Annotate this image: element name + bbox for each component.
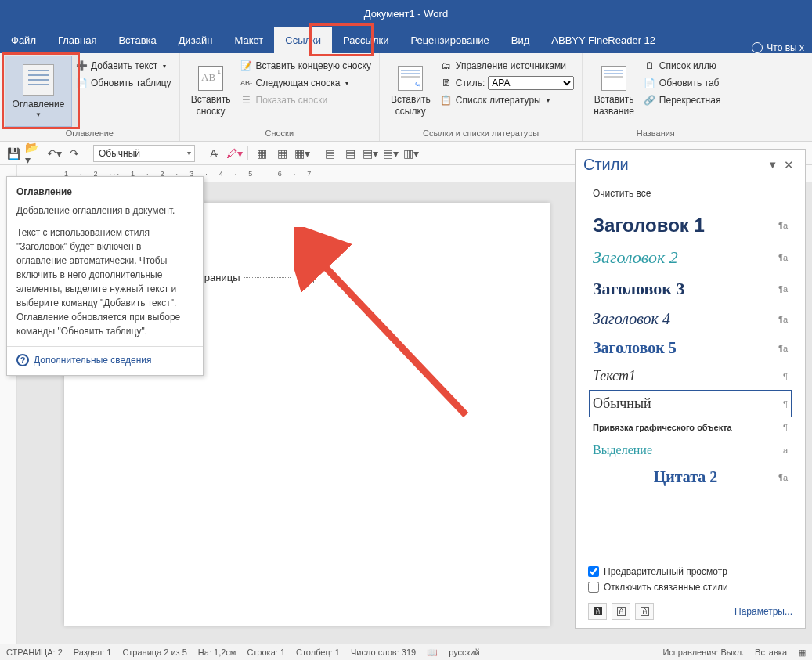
status-col[interactable]: Столбец: 1 <box>296 647 340 657</box>
dropdown-icon: ▾ <box>547 97 550 104</box>
group-title-toc: Оглавление <box>5 127 175 141</box>
proofing-icon[interactable]: 📖 <box>427 647 438 658</box>
status-at[interactable]: На: 1,2см <box>198 647 236 657</box>
style-item[interactable]: Заголовок 1¶a <box>590 210 791 241</box>
insert-footnote-label: Вставить сноску <box>191 94 231 117</box>
style-item[interactable]: Обычный¶ <box>590 391 791 417</box>
disable-linked-checkbox[interactable]: Отключить связанные стили <box>588 579 792 595</box>
open-button[interactable]: 📂▾ <box>25 145 42 162</box>
status-insert[interactable]: Вставка <box>755 647 787 657</box>
insert-caption-button[interactable]: Вставить название <box>587 56 641 127</box>
pane-options-link[interactable]: Параметры... <box>734 606 792 617</box>
tab-review[interactable]: Рецензирование <box>399 27 500 53</box>
table-2-button[interactable]: ▦ <box>273 145 291 162</box>
tab-file[interactable]: Файл <box>0 27 47 53</box>
preview-checkbox[interactable]: Предварительный просмотр <box>588 564 792 579</box>
citation-style-row: 🖹Стиль:APA <box>437 74 577 92</box>
tooltip-text-1: Добавление оглавления в документ. <box>16 204 193 218</box>
insert-citation-button[interactable]: ⤿ Вставить ссылку <box>384 56 437 127</box>
header-3-button[interactable]: ▤▾ <box>362 145 379 162</box>
tab-layout[interactable]: Макет <box>223 27 274 53</box>
manage-sources-button[interactable]: 🗂Управление источниками <box>437 57 577 74</box>
bibliography-button[interactable]: 📋Список литературы▾ <box>437 92 577 109</box>
citation-icon: ⤿ <box>398 66 423 91</box>
style-item[interactable]: Заголовок 5¶a <box>590 334 791 362</box>
pane-title: Стили <box>583 156 764 174</box>
pane-close-icon[interactable]: ✕ <box>781 158 797 172</box>
refresh-icon: 📄 <box>75 77 88 89</box>
pane-options-icon[interactable]: ▼ <box>764 159 781 171</box>
tab-mailings[interactable]: Рассылки <box>332 27 399 53</box>
tab-insert[interactable]: Вставка <box>107 27 167 53</box>
notes-icon: ☰ <box>240 94 253 106</box>
add-icon: ➕ <box>75 60 88 72</box>
title-bar: Документ1 - Word <box>0 0 812 27</box>
pane-header: Стили ▼ ✕ <box>576 150 805 183</box>
citation-style-select[interactable]: APA <box>488 76 574 90</box>
update-table-button[interactable]: 📄Обновить таблицу <box>72 74 175 92</box>
style-item[interactable]: Заголовок 3¶a <box>590 274 791 304</box>
toc-tooltip: Оглавление Добавление оглавления в докум… <box>6 176 204 376</box>
cross-reference-button[interactable]: 🔗Перекрестная <box>641 92 724 109</box>
style-item[interactable]: Заголовок 4¶a <box>590 305 791 333</box>
new-style-button[interactable]: 🅰 <box>588 603 607 620</box>
tooltip-title: Оглавление <box>16 185 193 199</box>
tab-view[interactable]: Вид <box>500 27 541 53</box>
header-2-button[interactable]: ▤ <box>341 145 359 162</box>
dropdown-icon: ▾ <box>163 63 166 70</box>
highlight-button[interactable]: 🖍▾ <box>226 145 243 162</box>
style-item[interactable]: Цитата 2¶a <box>590 463 791 491</box>
list-icon: 🗒 <box>644 60 656 72</box>
pane-body: Очистить все Заголовок 1¶aЗаголовок 2¶aЗ… <box>576 183 805 556</box>
add-text-button[interactable]: ➕Добавить текст▾ <box>72 57 175 74</box>
ribbon: Оглавление ▼ ➕Добавить текст▾ 📄Обновить … <box>0 53 812 142</box>
save-button[interactable]: 💾 <box>5 145 22 162</box>
clear-formatting-button[interactable]: A̶ <box>205 145 222 162</box>
styles-pane: Стили ▼ ✕ Очистить все Заголовок 1¶aЗаго… <box>575 149 806 629</box>
style-item[interactable]: Выделениеa <box>590 438 791 462</box>
group-title-citations: Ссылки и списки литературы <box>384 127 577 141</box>
status-section[interactable]: Раздел: 1 <box>74 647 112 657</box>
window-title: Документ1 - Word <box>364 8 448 20</box>
status-row[interactable]: Строка: 1 <box>247 647 285 657</box>
update-captions-button[interactable]: 📄Обновить таб <box>641 74 724 92</box>
style-icon: 🖹 <box>440 77 453 89</box>
table-1-button[interactable]: ▦ <box>253 145 270 162</box>
pane-footer: Предварительный просмотр Отключить связа… <box>576 556 805 628</box>
insert-footnote-button[interactable]: 1 Вставить сноску <box>185 56 237 127</box>
style-selector[interactable]: Обычный <box>93 145 195 162</box>
tab-abbyy[interactable]: ABBYY FineReader 12 <box>540 27 666 53</box>
tab-design[interactable]: Дизайн <box>168 27 224 53</box>
style-inspector-button[interactable]: 🄰 <box>612 603 630 620</box>
header-1-button[interactable]: ▤ <box>321 145 338 162</box>
redo-button[interactable]: ↷ <box>66 145 83 162</box>
show-notes-button[interactable]: ☰Показать сноски <box>237 92 374 109</box>
manage-styles-button[interactable]: 🄰 <box>635 603 654 620</box>
endnote-icon: 📝 <box>240 60 253 72</box>
tooltip-help-link[interactable]: ? Дополнительные сведения <box>16 353 193 367</box>
undo-button[interactable]: ↶▾ <box>45 145 63 162</box>
style-item[interactable]: Текст1¶ <box>590 363 791 389</box>
table-3-button[interactable]: ▦▾ <box>294 145 311 162</box>
tell-me-box[interactable]: Что вы х <box>744 42 812 53</box>
status-page[interactable]: СТРАНИЦА: 2 <box>6 647 63 657</box>
style-item[interactable]: Привязка графического объекта¶ <box>590 418 791 437</box>
group-footnotes: 1 Вставить сноску 📝Вставить концевую сно… <box>180 53 380 141</box>
insert-button[interactable]: ▥▾ <box>402 145 420 162</box>
status-lang[interactable]: русский <box>449 647 479 657</box>
status-track[interactable]: Исправления: Выкл. <box>662 647 744 657</box>
next-footnote-button[interactable]: AB¹Следующая сноска▾ <box>237 74 374 92</box>
toc-button[interactable]: Оглавление ▼ <box>5 56 72 127</box>
dropdown-icon: ▾ <box>345 80 348 87</box>
macros-icon[interactable]: ▦ <box>798 647 806 658</box>
style-item[interactable]: Заголовок 2¶a <box>590 243 791 272</box>
list-figures-button[interactable]: 🗒Список иллю <box>641 57 724 74</box>
tab-home[interactable]: Главная <box>47 27 107 53</box>
group-citations: ⤿ Вставить ссылку 🗂Управление источникам… <box>380 53 583 141</box>
header-4-button[interactable]: ▤▾ <box>382 145 399 162</box>
clear-all-item[interactable]: Очистить все <box>590 183 791 204</box>
tab-references[interactable]: Ссылки <box>274 27 332 53</box>
insert-endnote-button[interactable]: 📝Вставить концевую сноску <box>237 57 374 74</box>
status-page-of[interactable]: Страница 2 из 5 <box>122 647 186 657</box>
status-words[interactable]: Число слов: 319 <box>351 647 416 657</box>
